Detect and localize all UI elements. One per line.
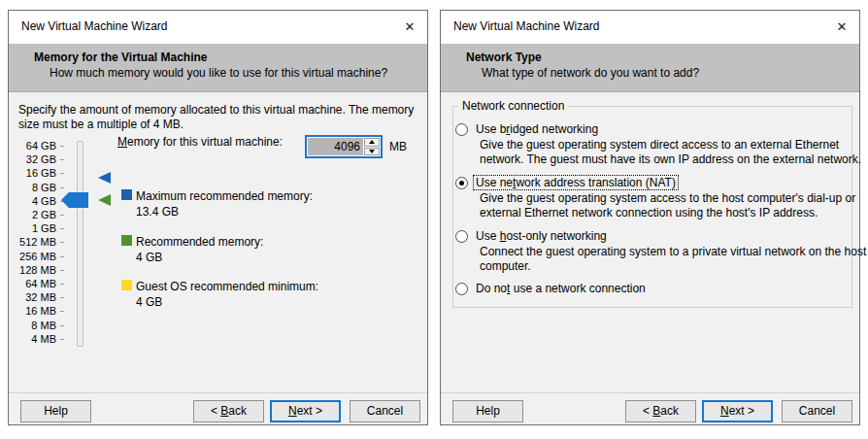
memory-spinner [364, 138, 380, 155]
tick-mark [60, 311, 64, 312]
wizard-page-subtitle: How much memory would you like to use fo… [50, 66, 387, 80]
back-button[interactable]: < Back [625, 400, 696, 422]
wizard-header: Network Type What type of network do you… [441, 44, 859, 92]
max-recommended-label: Maximum recommended memory: [136, 189, 313, 203]
recommended-value: 4 GB [136, 251, 162, 264]
close-icon[interactable]: ✕ [832, 17, 851, 37]
help-button[interactable]: Help [452, 400, 523, 422]
scale-label-16mb: 16 MB [9, 305, 56, 318]
recommended-label: Recommended memory: [136, 235, 263, 249]
next-button[interactable]: Next > [702, 400, 773, 422]
spin-down-button[interactable] [364, 148, 380, 156]
footer-separator [441, 392, 859, 393]
tick-mark [60, 325, 64, 326]
radio-no-network-connection[interactable] [455, 283, 468, 295]
back-button[interactable]: < Back [193, 400, 264, 422]
spin-up-button[interactable] [364, 138, 380, 147]
scale-label-8mb: 8 MB [9, 320, 56, 332]
cancel-button[interactable]: Cancel [782, 400, 852, 422]
screenshot-canvas: New Virtual Machine Wizard ✕ Memory for … [0, 0, 868, 439]
scale-label-256mb: 256 MB [9, 251, 56, 263]
host-only-networking-description: Connect the guest operating system to a … [480, 245, 868, 273]
bridged-networking-description: Give the guest operating system direct a… [480, 138, 868, 166]
memory-intro-text: Specify the amount of memory allocated t… [18, 103, 430, 132]
wizard-page-title: Network Type [466, 51, 542, 64]
wizard-page-subtitle: What type of network do you want to add? [482, 66, 699, 80]
scale-label-8gb: 8 GB [9, 182, 56, 194]
close-icon[interactable]: ✕ [400, 17, 419, 37]
guest-os-minimum-legend-swatch [121, 280, 132, 290]
bridged-networking-label[interactable]: Use bridged networking [474, 122, 600, 136]
memory-value-input[interactable]: 4096 [305, 135, 383, 158]
scale-label-2gb: 2 GB [9, 209, 56, 221]
memory-unit-label: MB [389, 140, 407, 153]
tick-mark [60, 284, 64, 285]
max-recommended-marker-icon [98, 172, 111, 184]
tick-mark [60, 146, 64, 147]
help-button[interactable]: Help [20, 400, 91, 422]
guest-os-minimum-value: 4 GB [136, 295, 162, 309]
memory-input-label: Memory for this virtual machine: [117, 135, 283, 149]
scale-label-4mb: 4 MB [9, 333, 56, 346]
recommended-legend-swatch [121, 235, 132, 246]
radio-host-only-networking[interactable] [455, 230, 468, 243]
network-wizard-dialog: New Virtual Machine Wizard ✕ Network Typ… [440, 10, 860, 425]
guest-os-minimum-label: Guest OS recommended minimum: [136, 280, 318, 293]
radio-nat[interactable] [455, 177, 468, 189]
title-bar: New Virtual Machine Wizard ✕ [441, 11, 859, 44]
scale-label-1gb: 1 GB [9, 222, 56, 235]
tick-mark [60, 187, 64, 188]
tick-mark [60, 297, 64, 298]
scale-label-16gb: 16 GB [9, 167, 56, 180]
wizard-header: Memory for the Virtual Machine How much … [9, 44, 427, 92]
max-recommended-legend-swatch [121, 189, 132, 200]
window-title: New Virtual Machine Wizard [453, 19, 600, 33]
recommended-marker-icon [98, 194, 111, 206]
tick-mark [60, 256, 64, 257]
scale-label-32mb: 32 MB [9, 291, 56, 304]
nat-label[interactable]: Use network address translation (NAT) [474, 176, 678, 189]
memory-slider-handle[interactable] [61, 192, 88, 208]
tick-mark [60, 270, 64, 271]
footer-separator [9, 392, 427, 393]
tick-mark [60, 339, 64, 340]
host-only-networking-label[interactable]: Use host-only networking [474, 229, 609, 243]
network-connection-group-label: Network connection [458, 99, 568, 113]
scale-label-512mb: 512 MB [9, 236, 56, 249]
tick-mark [60, 228, 64, 229]
window-title: New Virtual Machine Wizard [21, 19, 168, 33]
tick-mark [60, 159, 64, 160]
tick-mark [60, 173, 64, 174]
radio-bridged-networking[interactable] [455, 123, 468, 136]
scale-label-32gb: 32 GB [9, 153, 56, 166]
cancel-button[interactable]: Cancel [350, 400, 420, 422]
title-bar: New Virtual Machine Wizard ✕ [9, 11, 427, 44]
next-button[interactable]: Next > [270, 400, 341, 422]
max-recommended-value: 13.4 GB [136, 205, 179, 219]
wizard-page-title: Memory for the Virtual Machine [34, 51, 207, 64]
scale-label-128mb: 128 MB [9, 264, 56, 277]
scale-label-64gb: 64 GB [9, 140, 56, 152]
no-network-connection-label[interactable]: Do not use a network connection [474, 282, 648, 295]
memory-wizard-dialog: New Virtual Machine Wizard ✕ Memory for … [8, 10, 428, 425]
memory-value-text[interactable]: 4096 [308, 138, 363, 155]
tick-mark [60, 242, 64, 243]
scale-label-4gb: 4 GB [9, 195, 56, 208]
scale-label-64mb: 64 MB [9, 278, 56, 290]
memory-slider-track[interactable] [77, 141, 83, 347]
nat-description: Give the guest operating system access t… [480, 191, 868, 220]
tick-mark [60, 215, 64, 216]
